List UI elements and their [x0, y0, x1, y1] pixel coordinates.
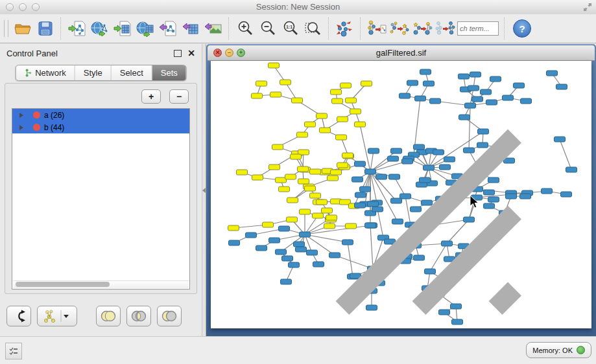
import-network-url-button[interactable] — [88, 17, 111, 40]
zoom-out-icon — [259, 20, 276, 37]
intersection-button[interactable] — [126, 306, 151, 326]
open-folder-icon — [14, 20, 32, 37]
set-label: a (26) — [44, 111, 64, 120]
control-panel-header: Control Panel ✕ — [0, 44, 202, 62]
hide-selected-icon — [435, 19, 455, 38]
zoom-in-button[interactable] — [233, 17, 256, 40]
tab-sets[interactable]: Sets — [152, 65, 186, 80]
network-tree-icon — [24, 69, 32, 77]
horizontal-scrollbar[interactable] — [13, 280, 189, 288]
import-table-file-button[interactable] — [111, 17, 134, 40]
question-mark-icon: ? — [519, 23, 525, 34]
control-panel-title: Control Panel — [6, 49, 58, 58]
new-network-from-selection-selected-edges-button[interactable] — [388, 17, 411, 40]
search-input[interactable] — [457, 21, 499, 36]
zoom-actual-size-button[interactable]: 1:1 — [279, 17, 302, 40]
difference-venn-icon — [161, 310, 178, 322]
task-history-button[interactable] — [5, 343, 22, 359]
window-title: Session: New Session — [0, 0, 596, 14]
memory-ok-dot-icon — [577, 346, 585, 354]
split-arrows-icon — [12, 309, 26, 323]
help-button[interactable]: ? — [513, 19, 531, 38]
tab-select[interactable]: Select — [111, 65, 152, 80]
hide-selected-button[interactable] — [433, 17, 456, 40]
open-session-button[interactable] — [11, 17, 34, 40]
set-row-b[interactable]: b (44) — [12, 121, 189, 133]
set-color-dot-icon — [33, 111, 40, 119]
control-panel-tabs: Network Style Select Sets — [15, 65, 187, 81]
resize-grip-icon[interactable] — [209, 60, 590, 327]
zoom-selected-region-icon — [304, 20, 322, 37]
close-panel-icon[interactable]: ✕ — [187, 49, 195, 58]
memory-status-label: Memory: OK — [532, 347, 573, 354]
import-network-file-button[interactable] — [66, 17, 88, 40]
set-operations-toolbar — [6, 306, 187, 326]
new-network-from-selection-selected-edges-icon — [389, 19, 410, 38]
union-button[interactable] — [96, 306, 121, 326]
create-set-network-icon — [43, 309, 59, 323]
export-network-button[interactable] — [156, 17, 179, 40]
status-bar: Memory: OK — [0, 336, 596, 364]
expand-triangle-icon[interactable] — [19, 113, 23, 118]
main-toolbar: 1:1 — [0, 14, 596, 43]
memory-status-button[interactable]: Memory: OK — [526, 342, 591, 358]
create-set-from-network-button[interactable] — [37, 306, 77, 326]
scrollbar-thumb[interactable] — [16, 282, 110, 287]
frame-close-button[interactable]: ✕ — [213, 49, 222, 57]
svg-text:1:1: 1:1 — [285, 25, 292, 29]
sets-list[interactable]: a (26) b (44) — [12, 108, 190, 290]
zoom-in-icon — [237, 20, 254, 37]
network-canvas[interactable] — [211, 61, 591, 328]
dropdown-caret-icon[interactable] — [59, 309, 71, 323]
export-image-button[interactable] — [202, 17, 224, 40]
export-image-icon — [204, 20, 222, 37]
set-color-dot-icon — [33, 124, 40, 131]
intersection-venn-icon — [130, 310, 147, 322]
network-frame[interactable]: galFiltered.sif ✕ − + — [206, 44, 596, 337]
float-panel-icon[interactable] — [174, 50, 182, 57]
save-session-button[interactable] — [34, 17, 56, 40]
fullscreen-icon[interactable] — [583, 3, 592, 12]
union-venn-icon — [100, 310, 117, 322]
export-table-icon — [182, 20, 200, 37]
frame-maximize-button[interactable]: + — [237, 49, 245, 57]
window-titlebar: Session: New Session — [0, 0, 596, 15]
sets-panel: + − a (26) b (44) — [5, 83, 197, 294]
tab-network[interactable]: Network — [16, 65, 75, 80]
apply-layout-button[interactable] — [333, 17, 356, 40]
add-set-button[interactable]: + — [141, 89, 161, 104]
application-window: Session: New Session — [0, 0, 596, 364]
first-neighbors-of-selected-icon — [412, 19, 433, 38]
remove-set-button[interactable]: − — [169, 89, 189, 104]
frame-minimize-button[interactable]: − — [225, 49, 233, 57]
set-row-a[interactable]: a (26) — [12, 109, 189, 121]
collapse-arrow-icon[interactable] — [202, 188, 206, 193]
network-frame-title: galFiltered.sif — [208, 45, 595, 60]
import-network-url-icon — [91, 20, 109, 37]
import-table-file-icon — [113, 20, 132, 37]
frame-window-controls: ✕ − + — [213, 49, 245, 57]
toolbar-separator — [504, 17, 505, 40]
toolbar-drag-handle[interactable] — [4, 20, 8, 37]
split-set-button[interactable] — [6, 306, 31, 326]
import-table-url-icon — [136, 20, 154, 37]
new-network-from-selection-all-edges-button[interactable] — [365, 17, 388, 40]
new-network-from-selection-all-edges-icon — [366, 19, 387, 38]
zoom-out-button[interactable] — [256, 17, 279, 40]
expand-triangle-icon[interactable] — [19, 125, 23, 130]
zoom-actual-size-icon: 1:1 — [282, 20, 299, 37]
export-table-button[interactable] — [179, 17, 202, 40]
task-list-icon — [8, 347, 19, 356]
save-floppy-icon — [38, 21, 53, 36]
import-network-file-icon — [68, 20, 86, 37]
panel-splitter[interactable] — [202, 44, 206, 337]
import-table-url-button[interactable] — [134, 17, 156, 40]
first-neighbors-of-selected-button[interactable] — [411, 17, 433, 40]
network-frame-titlebar[interactable]: galFiltered.sif ✕ − + — [208, 45, 595, 61]
set-label: b (44) — [44, 123, 64, 132]
control-panel: Control Panel ✕ Network Style Select — [0, 44, 202, 337]
difference-button[interactable] — [157, 306, 182, 326]
toolbar-separator — [60, 17, 62, 40]
tab-style[interactable]: Style — [75, 65, 111, 80]
zoom-selected-region-button[interactable] — [302, 17, 324, 40]
